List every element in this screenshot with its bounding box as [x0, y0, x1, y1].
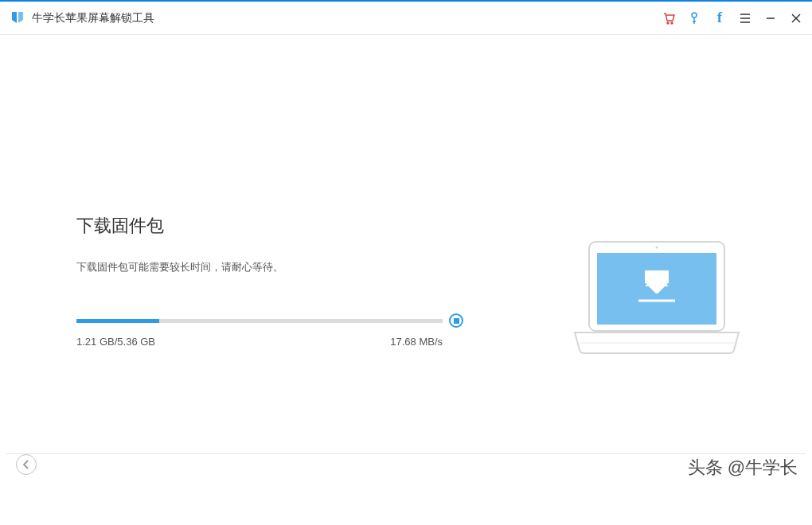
total-size: 5.36 GB [117, 336, 155, 348]
laptop-illustration [565, 235, 748, 366]
svg-point-1 [671, 22, 673, 24]
cart-icon[interactable] [662, 12, 675, 25]
watermark-text: 头条 @牛学长 [688, 456, 798, 480]
progress-labels: 1.21 GB/5.36 GB 17.68 MB/s [76, 336, 443, 348]
content: 下载固件包 下载固件包可能需要较长时间，请耐心等待。 1.21 GB/5.36 … [0, 35, 812, 489]
svg-point-10 [656, 247, 658, 249]
menu-icon[interactable] [739, 12, 751, 25]
download-speed: 17.68 MB/s [390, 336, 443, 348]
downloaded-size: 1.21 GB [76, 336, 115, 348]
facebook-icon[interactable]: f [713, 12, 726, 25]
svg-point-2 [692, 13, 697, 18]
svg-rect-14 [650, 270, 663, 282]
back-button[interactable] [16, 454, 37, 475]
close-icon[interactable] [790, 12, 802, 25]
titlebar: 牛学长苹果屏幕解锁工具 f [0, 0, 812, 35]
progress-track [76, 319, 443, 323]
progress-bar-container: 1.21 GB/5.36 GB 17.68 MB/s [76, 319, 443, 348]
minimize-icon[interactable] [764, 12, 777, 25]
titlebar-left: 牛学长苹果屏幕解锁工具 [10, 10, 154, 26]
app-logo-icon [10, 10, 25, 26]
download-panel: 下载固件包 下载固件包可能需要较长时间，请耐心等待。 1.21 GB/5.36 … [76, 214, 459, 348]
stop-button[interactable] [449, 313, 463, 328]
progress-size: 1.21 GB/5.36 GB [76, 336, 155, 348]
footer-divider [6, 453, 806, 454]
titlebar-right: f [662, 12, 802, 25]
svg-point-0 [667, 22, 669, 24]
download-heading: 下载固件包 [76, 214, 459, 238]
download-subtext: 下载固件包可能需要较长时间，请耐心等待。 [76, 260, 459, 274]
key-icon[interactable] [688, 12, 701, 25]
app-title: 牛学长苹果屏幕解锁工具 [32, 11, 154, 25]
progress-fill [76, 319, 159, 323]
